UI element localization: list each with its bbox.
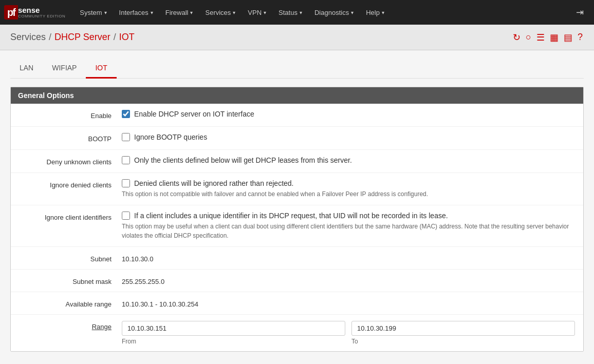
enable-checkbox[interactable] xyxy=(122,110,130,118)
pf-text: pf xyxy=(4,5,18,20)
chevron-down-icon: ▾ xyxy=(104,10,107,15)
subnet-mask-value: 255.255.255.0 xyxy=(122,276,575,285)
circle-icon[interactable]: ○ xyxy=(525,31,532,44)
deny-unknown-label: Deny unknown clients xyxy=(19,156,122,166)
sense-text-group: sense COMMUNITY EDITION xyxy=(18,6,65,19)
settings-icon[interactable]: ☰ xyxy=(535,31,546,44)
content-area: LAN WIFIAP IOT General Options Enable En… xyxy=(0,50,594,360)
refresh-icon[interactable]: ↻ xyxy=(512,31,522,44)
range-label: Range xyxy=(19,321,122,331)
tab-lan[interactable]: LAN xyxy=(10,59,43,79)
nav-vpn[interactable]: VPN ▾ xyxy=(242,0,272,25)
subnet-mask-control: 255.255.255.0 xyxy=(122,276,575,285)
breadcrumb-services: Services xyxy=(10,32,46,43)
ignore-denied-check-label: Denied clients will be ignored rather th… xyxy=(134,179,294,187)
range-from-label: From xyxy=(122,338,345,345)
available-range-control: 10.10.30.1 - 10.10.30.254 xyxy=(122,298,575,308)
navbar: pf sense COMMUNITY EDITION System ▾ Inte… xyxy=(0,0,594,25)
ignore-denied-control: Denied clients will be ignored rather th… xyxy=(122,179,575,199)
ignore-identifiers-label: Ignore client identifiers xyxy=(19,212,122,221)
nav-status[interactable]: Status ▾ xyxy=(272,0,308,25)
general-options-section: General Options Enable Enable DHCP serve… xyxy=(10,87,584,352)
bootp-label: BOOTP xyxy=(19,133,122,143)
nav-system[interactable]: System ▾ xyxy=(73,0,113,25)
available-range-label: Available range xyxy=(19,298,122,308)
range-from-input[interactable] xyxy=(122,321,345,336)
breadcrumb-iot: IOT xyxy=(119,32,135,43)
chevron-down-icon: ▾ xyxy=(233,10,235,15)
available-range-value: 10.10.30.1 - 10.10.30.254 xyxy=(122,298,575,308)
breadcrumb: Services / DHCP Server / IOT xyxy=(10,32,135,43)
list-icon[interactable]: ▤ xyxy=(563,31,573,44)
ignore-denied-check: Denied clients will be ignored rather th… xyxy=(122,179,575,187)
deny-unknown-check: Only the clients defined below will get … xyxy=(122,156,575,164)
breadcrumb-sep-1: / xyxy=(49,32,51,43)
range-from-group: From xyxy=(122,321,345,345)
bootp-check-label: Ignore BOOTP queries xyxy=(134,133,207,141)
enable-check: Enable DHCP server on IOT interface xyxy=(122,110,575,118)
range-to-label: To xyxy=(351,338,575,345)
nav-services[interactable]: Services ▾ xyxy=(199,0,242,25)
subnet-mask-row: Subnet mask 255.255.255.0 xyxy=(11,270,583,292)
bootp-row: BOOTP Ignore BOOTP queries xyxy=(11,127,583,150)
breadcrumb-bar: Services / DHCP Server / IOT ↻ ○ ☰ ▦ ▤ ? xyxy=(0,25,594,50)
tab-iot[interactable]: IOT xyxy=(86,59,116,79)
section-body: Enable Enable DHCP server on IOT interfa… xyxy=(11,104,583,351)
ignore-denied-label: Ignore denied clients xyxy=(19,179,122,189)
nav-interfaces[interactable]: Interfaces ▾ xyxy=(113,0,159,25)
bootp-checkbox[interactable] xyxy=(122,133,130,141)
deny-unknown-checkbox[interactable] xyxy=(122,156,130,164)
ignore-identifiers-check-label: If a client includes a unique identifier… xyxy=(134,212,448,220)
breadcrumb-sep-2: / xyxy=(114,32,116,43)
nav-firewall[interactable]: Firewall ▾ xyxy=(159,0,199,25)
chart-icon[interactable]: ▦ xyxy=(549,31,560,44)
ignore-denied-row: Ignore denied clients Denied clients wil… xyxy=(11,173,583,205)
logout-button[interactable]: ⇥ xyxy=(570,7,590,18)
subnet-value: 10.10.30.0 xyxy=(122,253,575,263)
ignore-identifiers-note: This option may be useful when a client … xyxy=(122,222,575,240)
ignore-identifiers-check: If a client includes a unique identifier… xyxy=(122,212,575,220)
chevron-down-icon: ▾ xyxy=(300,10,302,15)
range-row: Range From To xyxy=(11,315,583,351)
toolbar-icons: ↻ ○ ☰ ▦ ▤ ? xyxy=(512,31,584,44)
ignore-identifiers-row: Ignore client identifiers If a client in… xyxy=(11,205,583,247)
range-control: From To xyxy=(122,321,575,345)
tab-wifiap[interactable]: WIFIAP xyxy=(43,59,86,79)
nav-items: System ▾ Interfaces ▾ Firewall ▾ Service… xyxy=(73,0,570,25)
enable-check-label: Enable DHCP server on IOT interface xyxy=(134,110,254,118)
range-to-group: To xyxy=(351,321,575,345)
subnet-control: 10.10.30.0 xyxy=(122,253,575,263)
chevron-down-icon: ▾ xyxy=(190,10,193,15)
chevron-down-icon: ▾ xyxy=(382,10,384,15)
nav-diagnostics[interactable]: Diagnostics ▾ xyxy=(308,0,360,25)
ignore-denied-note: This option is not compatible with failo… xyxy=(122,189,575,199)
subnet-mask-label: Subnet mask xyxy=(19,276,122,285)
chevron-down-icon: ▾ xyxy=(351,10,354,15)
tabs: LAN WIFIAP IOT xyxy=(10,59,584,79)
enable-row: Enable Enable DHCP server on IOT interfa… xyxy=(11,104,583,127)
breadcrumb-dhcp-server[interactable]: DHCP Server xyxy=(54,32,110,43)
brand-logo: pf sense COMMUNITY EDITION xyxy=(4,5,65,20)
section-header: General Options xyxy=(11,87,583,104)
range-to-input[interactable] xyxy=(351,321,575,336)
subnet-row: Subnet 10.10.30.0 xyxy=(11,247,583,270)
chevron-down-icon: ▾ xyxy=(264,10,266,15)
chevron-down-icon: ▾ xyxy=(151,10,153,15)
deny-unknown-control: Only the clients defined below will get … xyxy=(122,156,575,166)
bootp-check: Ignore BOOTP queries xyxy=(122,133,575,141)
deny-unknown-check-label: Only the clients defined below will get … xyxy=(134,156,352,164)
range-inputs: From To xyxy=(122,321,575,345)
help-icon[interactable]: ? xyxy=(577,31,584,44)
ignore-denied-checkbox[interactable] xyxy=(122,179,130,187)
deny-unknown-row: Deny unknown clients Only the clients de… xyxy=(11,150,583,173)
enable-label: Enable xyxy=(19,110,122,120)
enable-control: Enable DHCP server on IOT interface xyxy=(122,110,575,120)
available-range-row: Available range 10.10.30.1 - 10.10.30.25… xyxy=(11,292,583,315)
bootp-control: Ignore BOOTP queries xyxy=(122,133,575,143)
edition-text: COMMUNITY EDITION xyxy=(18,14,65,18)
sense-text: sense xyxy=(18,6,65,15)
nav-help[interactable]: Help ▾ xyxy=(360,0,391,25)
subnet-label: Subnet xyxy=(19,253,122,263)
ignore-identifiers-control: If a client includes a unique identifier… xyxy=(122,212,575,240)
ignore-identifiers-checkbox[interactable] xyxy=(122,212,130,220)
